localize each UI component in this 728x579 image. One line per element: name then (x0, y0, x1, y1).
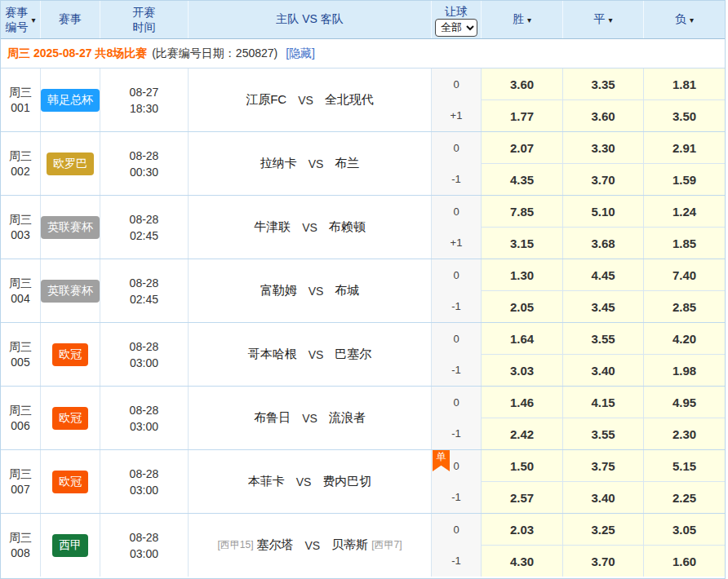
odds-draw[interactable]: 3.25 (563, 514, 643, 545)
odds-lose[interactable]: 4.20 (644, 323, 725, 354)
odds-draw[interactable]: 4.15 (563, 387, 643, 418)
odds-draw[interactable]: 3.70 (563, 164, 643, 195)
league-badge: 韩足总杯 (41, 89, 100, 112)
odds-win[interactable]: 2.57 (482, 482, 562, 513)
header-league-label: 赛事 (59, 12, 82, 27)
league-cell: 英联赛杯 (41, 196, 100, 259)
odds-lose[interactable]: 5.15 (644, 450, 725, 481)
odds-lose[interactable]: 1.59 (644, 164, 725, 195)
handicap-cell: 0 -1 (432, 514, 481, 577)
hide-link[interactable]: [隐藏] (286, 46, 315, 61)
odds-win[interactable]: 3.03 (482, 355, 562, 386)
odds-draw[interactable]: 3.40 (563, 355, 643, 386)
odds-lose[interactable]: 1.98 (644, 355, 725, 386)
league-badge: 英联赛杯 (41, 280, 100, 303)
away-rank: [西甲7] (371, 538, 402, 552)
match-row: 周三006 欧冠 08-2803:00 布鲁日 VS 流浪者 0 -1 1.46… (1, 387, 725, 450)
sort-arrow-icon[interactable]: ▾ (31, 15, 35, 24)
handicap-value: -1 (451, 491, 461, 503)
vs-label: VS (298, 94, 313, 107)
odds-draw[interactable]: 4.45 (563, 259, 643, 290)
header-draw-label: 平 (593, 12, 605, 27)
odds-draw[interactable]: 3.55 (563, 323, 643, 354)
vs-label: VS (302, 412, 317, 425)
odds-lose[interactable]: 2.25 (644, 482, 725, 513)
odds-win[interactable]: 1.50 (482, 450, 562, 481)
odds-lose[interactable]: 2.30 (644, 418, 725, 449)
odds-draw[interactable]: 3.35 (563, 69, 643, 99)
match-time: 08-2803:00 (100, 323, 188, 386)
away-team: 全北现代 (325, 92, 374, 108)
odds-lose[interactable]: 2.91 (644, 132, 725, 163)
match-row: 周三002 欧罗巴 08-2800:30 拉纳卡 VS 布兰 0 -1 2.07… (1, 132, 725, 196)
league-cell: 英联赛杯 (41, 259, 100, 322)
match-row: 周三001 韩足总杯 08-2718:30 江原FC VS 全北现代 0 +1 … (1, 69, 725, 132)
odds-lose[interactable]: 1.81 (644, 69, 725, 99)
handicap-value: +1 (451, 236, 463, 249)
header-handicap-label: 让球 (445, 5, 468, 18)
match-time: 08-2802:45 (100, 259, 188, 322)
league-badge: 欧冠 (52, 343, 88, 366)
date-summary-bar: 周三 2025-08-27 共8场比赛 (比赛编号日期：250827) [隐藏] (1, 39, 725, 69)
odds-lose[interactable]: 4.95 (644, 387, 725, 418)
match-time: 08-2803:00 (100, 450, 188, 513)
match-row: 周三007 欧冠 08-2803:00 本菲卡 VS 费内巴切 单 0 -1 1… (1, 450, 725, 514)
header-match-number-label: 赛事 (5, 5, 28, 20)
odds-draw[interactable]: 3.75 (563, 450, 643, 481)
match-row: 周三004 英联赛杯 08-2802:45 富勒姆 VS 布城 0 -1 1.3… (1, 259, 725, 323)
odds-win[interactable]: 1.30 (482, 259, 562, 290)
odds-win[interactable]: 3.15 (482, 228, 562, 259)
sort-arrow-icon[interactable]: ▾ (608, 15, 612, 24)
handicap-value: 0 (453, 396, 459, 409)
match-row: 周三005 欧冠 08-2803:00 哥本哈根 VS 巴塞尔 0 -1 1.6… (1, 323, 725, 387)
match-time: 08-2800:30 (100, 132, 188, 195)
odds-lose[interactable]: 3.05 (644, 514, 725, 545)
handicap-value: -1 (451, 173, 461, 185)
odds-draw[interactable]: 5.10 (563, 196, 643, 227)
odds-win[interactable]: 1.77 (482, 100, 562, 131)
header-lose[interactable]: 负 ▾ (644, 1, 725, 38)
header-time-label2: 时间 (133, 20, 156, 34)
odds-win[interactable]: 2.05 (482, 291, 562, 322)
vs-label: VS (304, 539, 320, 552)
handicap-value: 0 (453, 142, 459, 154)
odds-win[interactable]: 2.03 (482, 514, 562, 545)
header-win[interactable]: 胜 ▾ (482, 1, 562, 38)
odds-win[interactable]: 1.46 (482, 387, 562, 418)
odds-win[interactable]: 4.35 (482, 164, 562, 195)
handicap-cell: 0 +1 (432, 69, 481, 131)
odds-draw[interactable]: 3.40 (563, 482, 643, 513)
odds-win[interactable]: 2.42 (482, 418, 562, 449)
header-draw[interactable]: 平 ▾ (563, 1, 643, 38)
odds-draw[interactable]: 3.30 (563, 132, 643, 163)
odds-win[interactable]: 2.07 (482, 132, 562, 163)
odds-lose[interactable]: 1.85 (644, 228, 725, 259)
odds-draw[interactable]: 3.70 (563, 546, 643, 577)
odds-draw[interactable]: 3.45 (563, 291, 643, 322)
odds-lose[interactable]: 1.60 (644, 546, 725, 577)
home-team: 布鲁日 (254, 410, 291, 426)
single-bet-badge: 单 (433, 450, 450, 471)
handicap-value: 0 (453, 269, 459, 281)
odds-lose[interactable]: 1.24 (644, 196, 725, 227)
odds-win[interactable]: 3.60 (482, 69, 562, 99)
handicap-value: 0 (453, 78, 459, 91)
odds-lose[interactable]: 7.40 (644, 259, 725, 290)
odds-lose[interactable]: 2.85 (644, 291, 725, 322)
odds-win[interactable]: 4.30 (482, 546, 562, 577)
header-match-number[interactable]: 赛事 编号 ▾ (1, 1, 40, 38)
odds-draw[interactable]: 3.60 (563, 100, 643, 131)
handicap-cell: 0 -1 (432, 323, 481, 386)
odds-lose[interactable]: 3.50 (644, 100, 725, 131)
header-teams-label: 主队 VS 客队 (276, 12, 343, 27)
odds-draw[interactable]: 3.68 (563, 228, 643, 259)
away-team: 布赖顿 (329, 219, 366, 235)
sort-arrow-icon[interactable]: ▾ (690, 15, 694, 24)
handicap-filter-select[interactable]: 全部 (435, 19, 477, 37)
league-badge: 欧罗巴 (47, 152, 94, 175)
odds-win[interactable]: 1.64 (482, 323, 562, 354)
match-time: 08-2803:00 (100, 387, 188, 449)
sort-arrow-icon[interactable]: ▾ (527, 15, 531, 24)
odds-win[interactable]: 7.85 (482, 196, 562, 227)
odds-draw[interactable]: 3.55 (563, 418, 643, 449)
